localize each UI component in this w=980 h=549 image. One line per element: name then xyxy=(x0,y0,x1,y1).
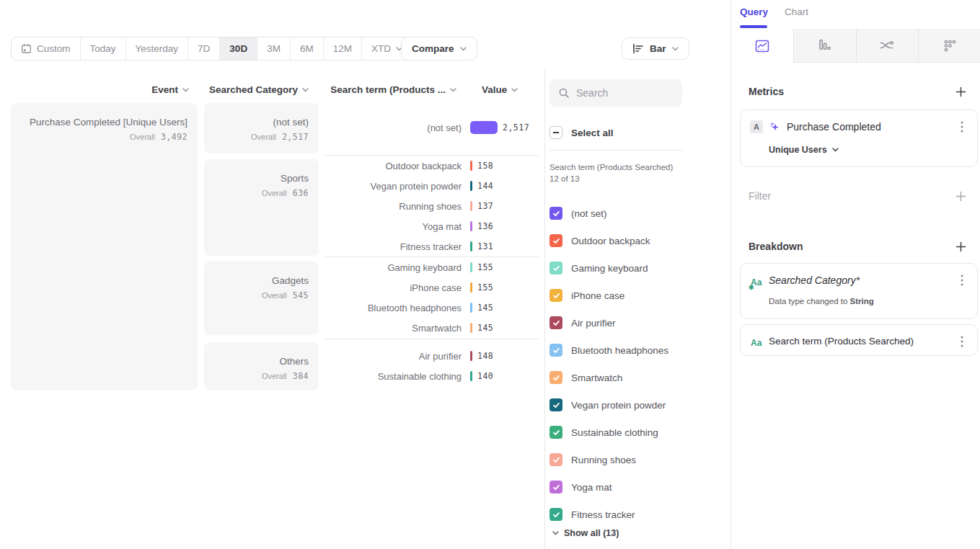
metrics-heading: Metrics xyxy=(749,86,784,97)
value-bar xyxy=(470,201,472,211)
table-row[interactable]: Bluetooth headphones 145 xyxy=(325,298,539,318)
filter-item[interactable]: Vegan protein powder xyxy=(549,391,715,419)
date-range-7d[interactable]: 7D xyxy=(188,37,220,60)
table-row[interactable]: iPhone case 155 xyxy=(325,277,539,298)
column-header-search-term[interactable]: Search term (Products ... xyxy=(325,84,456,95)
filter-item[interactable]: Gaming keyboard xyxy=(549,254,715,282)
table-row[interactable]: Vegan protein powder 144 xyxy=(325,176,539,196)
active-tab-underline xyxy=(740,25,767,28)
category-cell-not-set[interactable]: (not set) Overall2,517 xyxy=(204,103,319,153)
column-header-event[interactable]: Event xyxy=(11,84,189,95)
table-row[interactable]: Fitness tracker 131 xyxy=(325,236,539,256)
indeterminate-checkbox-icon[interactable] xyxy=(549,126,562,139)
value-bar xyxy=(470,351,472,361)
checkbox-icon[interactable] xyxy=(549,262,562,274)
search-input[interactable] xyxy=(576,87,670,99)
bar-columns-icon xyxy=(818,39,831,52)
category-cell-others[interactable]: Others Overall384 xyxy=(204,342,319,390)
date-range-6m[interactable]: 6M xyxy=(291,37,324,60)
chevron-down-icon xyxy=(672,47,679,51)
checkbox-icon[interactable] xyxy=(549,289,562,302)
column-header-searched-category[interactable]: Searched Category xyxy=(204,84,309,95)
value-bar xyxy=(470,161,472,171)
date-range-30d[interactable]: 30D xyxy=(220,37,257,60)
tab-bar-report[interactable] xyxy=(794,29,857,63)
kebab-menu-icon[interactable] xyxy=(956,335,968,348)
filter-item[interactable]: (not set) xyxy=(549,200,715,227)
filter-item-list: (not set) Outdoor backpack Gaming keyboa… xyxy=(549,200,715,528)
filter-item[interactable]: Smartwatch xyxy=(549,364,715,391)
chart-type-dropdown[interactable]: Bar xyxy=(622,37,689,60)
event-sparkle-icon xyxy=(769,121,781,133)
date-range-3m[interactable]: 3M xyxy=(257,37,291,60)
table-row[interactable]: Sustainable clothing 140 xyxy=(325,366,539,386)
filter-item[interactable]: Outdoor backpack xyxy=(549,227,715,254)
event-cell[interactable]: Purchase Completed [Unique Users] Overal… xyxy=(11,103,198,390)
filter-item[interactable]: Bluetooth headphones xyxy=(549,336,715,364)
date-range-yesterday[interactable]: Yesterday xyxy=(126,37,189,60)
date-range-custom[interactable]: Custom xyxy=(12,37,81,60)
tab-retention-report[interactable] xyxy=(919,29,980,63)
category-cell-sports[interactable]: Sports Overall636 xyxy=(204,159,319,256)
tab-chart[interactable]: Chart xyxy=(785,6,808,17)
date-range-12m[interactable]: 12M xyxy=(324,37,362,60)
kebab-menu-icon[interactable] xyxy=(956,120,968,133)
compare-button[interactable]: Compare xyxy=(401,37,477,61)
table-row[interactable]: Air purifier 148 xyxy=(325,346,539,366)
checkbox-icon[interactable] xyxy=(549,207,562,220)
checkbox-icon[interactable] xyxy=(549,398,562,411)
filter-item[interactable]: Running shoes xyxy=(549,446,715,473)
dots-grid-icon xyxy=(944,40,956,52)
value-bar xyxy=(470,371,472,381)
table-row[interactable]: Gaming keyboard 155 xyxy=(325,257,539,277)
filter-divider xyxy=(549,150,682,151)
add-metric-button[interactable] xyxy=(955,86,966,97)
checkbox-icon[interactable] xyxy=(549,371,562,384)
table-row[interactable]: (not set) 2,517 xyxy=(325,117,539,138)
select-all[interactable]: Select all xyxy=(549,125,614,140)
checkbox-icon[interactable] xyxy=(549,344,562,357)
value-bar xyxy=(470,121,498,134)
date-range-today[interactable]: Today xyxy=(81,37,126,60)
event-name: Purchase Completed [Unique Users] xyxy=(18,116,187,129)
measure-dropdown[interactable]: Unique Users xyxy=(769,145,839,155)
value-bar xyxy=(470,262,472,272)
chevron-down-icon xyxy=(552,531,559,535)
filter-item[interactable]: Fitness tracker xyxy=(549,501,715,528)
table-row[interactable]: Running shoes 137 xyxy=(325,196,539,216)
tab-flow-report[interactable] xyxy=(857,29,919,63)
show-all-toggle[interactable]: Show all (13) xyxy=(552,528,619,538)
search-box[interactable] xyxy=(549,79,682,107)
chevron-down-icon xyxy=(450,88,456,92)
filter-item[interactable]: iPhone case xyxy=(549,282,715,309)
checkbox-icon[interactable] xyxy=(549,508,562,521)
tab-insights-chart[interactable] xyxy=(731,29,794,63)
add-breakdown-button[interactable] xyxy=(955,241,966,252)
checkbox-icon[interactable] xyxy=(549,316,562,329)
filter-item[interactable]: Yoga mat xyxy=(549,473,715,501)
category-cell-gadgets[interactable]: Gadgets Overall545 xyxy=(204,262,319,335)
value-bar xyxy=(470,323,472,333)
checkbox-icon[interactable] xyxy=(549,453,562,466)
filter-item[interactable]: Air purifier xyxy=(549,309,715,336)
search-icon xyxy=(558,87,570,99)
value-bar xyxy=(470,241,472,251)
tab-query[interactable]: Query xyxy=(740,6,768,17)
date-range-label: Custom xyxy=(37,43,71,54)
table-row[interactable]: Yoga mat 136 xyxy=(325,216,539,236)
checkbox-icon[interactable] xyxy=(549,234,562,247)
breakdown-card-search-term[interactable]: Aa Search term (Products Searched) xyxy=(740,324,978,356)
checkbox-icon[interactable] xyxy=(549,426,562,439)
checkbox-icon[interactable] xyxy=(549,481,562,494)
column-header-value[interactable]: Value xyxy=(482,84,518,95)
filter-item[interactable]: Sustainable clothing xyxy=(549,419,715,446)
chevron-down-icon xyxy=(182,88,189,92)
kebab-menu-icon[interactable] xyxy=(956,274,968,287)
table-row[interactable]: Smartwatch 145 xyxy=(325,318,539,338)
value-bar xyxy=(470,303,472,313)
metric-card[interactable]: A Purchase Completed Unique Users xyxy=(740,110,978,167)
add-filter-button[interactable] xyxy=(955,191,966,202)
breakdown-card-searched-category[interactable]: Aa✱ Searched Category* Data type changed… xyxy=(740,263,978,319)
modified-asterisk-icon: ✱ xyxy=(749,284,754,291)
table-row[interactable]: Outdoor backpack 158 xyxy=(325,156,539,176)
